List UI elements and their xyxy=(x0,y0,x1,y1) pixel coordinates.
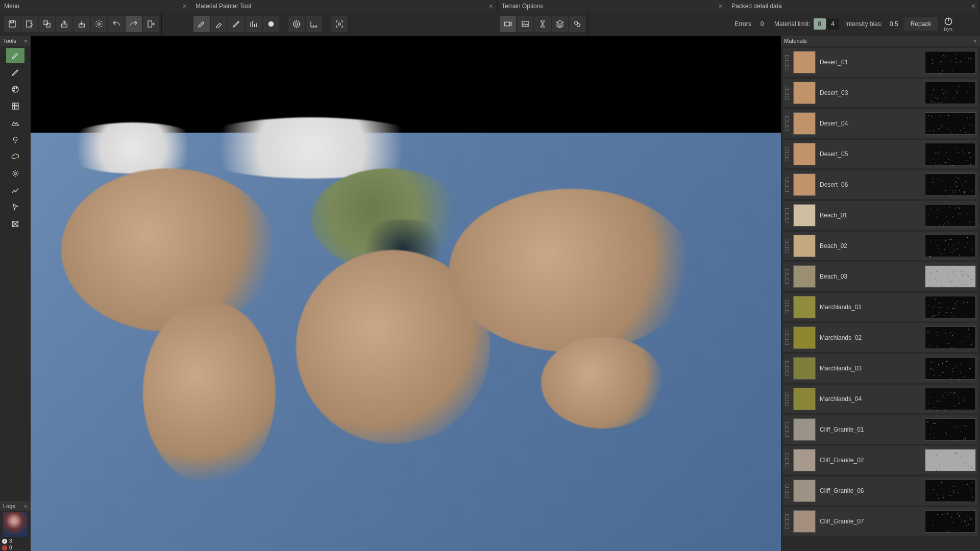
logs-panel-close-icon[interactable]: × xyxy=(23,503,28,510)
material-handles[interactable] xyxy=(785,269,789,284)
svg-point-208 xyxy=(936,271,937,272)
material-handles[interactable] xyxy=(785,453,789,467)
svg-point-31 xyxy=(942,70,943,71)
tab-menu-close-icon[interactable]: × xyxy=(183,3,187,10)
material-row[interactable]: Marchlands_02 xyxy=(783,323,978,352)
material-row[interactable]: Cliff_Granite_07 xyxy=(783,507,978,536)
material-handles[interactable] xyxy=(785,392,789,406)
material-handles[interactable] xyxy=(785,300,789,314)
layers-button[interactable] xyxy=(552,16,568,32)
pen-button[interactable] xyxy=(228,16,244,32)
side-tool-graph[interactable] xyxy=(6,183,24,198)
side-tool-bulb[interactable] xyxy=(6,132,24,147)
svg-point-42 xyxy=(943,55,944,55)
material-row[interactable]: Desert_06 xyxy=(783,170,978,199)
svg-point-321 xyxy=(964,400,964,400)
svg-point-407 xyxy=(951,517,952,517)
material-handles[interactable] xyxy=(785,331,789,345)
tab-packed-detail-close-icon[interactable]: × xyxy=(971,3,975,10)
save-button[interactable] xyxy=(4,16,20,32)
side-tool-picker[interactable] xyxy=(6,216,24,232)
image-button[interactable] xyxy=(517,16,533,32)
material-handles[interactable] xyxy=(785,147,789,161)
settings-button[interactable] xyxy=(91,16,107,32)
tab-terrain-options[interactable]: Terrain Options × xyxy=(498,0,727,12)
log-error-line[interactable]: ! 0 xyxy=(0,544,31,551)
material-handles[interactable] xyxy=(785,361,789,375)
side-tool-palette[interactable] xyxy=(6,82,24,97)
material-row[interactable]: Marchlands_01 xyxy=(783,293,978,321)
dynamic-toggle[interactable]: Dyn. xyxy=(939,15,958,33)
materials-list[interactable]: Desert_01Desert_03Desert_04Desert_05Dese… xyxy=(781,46,980,551)
svg-point-84 xyxy=(946,122,947,122)
material-row[interactable]: Cliff_Granite_06 xyxy=(783,477,978,505)
log-info-line[interactable]: i 3 xyxy=(0,538,31,544)
material-row[interactable]: Cliff_Granite_02 xyxy=(783,446,978,474)
material-row[interactable]: Beach_02 xyxy=(783,232,978,260)
svg-point-87 xyxy=(965,123,965,124)
material-handles[interactable] xyxy=(785,239,789,253)
material-handles[interactable] xyxy=(785,514,789,529)
side-tool-brush[interactable] xyxy=(6,48,24,63)
material-row[interactable]: Desert_04 xyxy=(783,109,978,138)
svg-point-418 xyxy=(957,513,958,513)
material-row[interactable]: Beach_01 xyxy=(783,201,978,230)
hourglass-button[interactable] xyxy=(534,16,551,32)
side-tool-pen[interactable] xyxy=(6,65,24,80)
camera-button[interactable] xyxy=(500,16,516,32)
material-handles[interactable] xyxy=(785,178,789,192)
world-map-canvas[interactable] xyxy=(31,133,781,551)
material-handles[interactable] xyxy=(785,208,789,222)
material-handles[interactable] xyxy=(785,86,789,100)
tab-terrain-options-close-icon[interactable]: × xyxy=(719,3,723,10)
side-tool-grid[interactable] xyxy=(6,98,24,114)
side-tool-cloud[interactable] xyxy=(6,149,24,164)
histogram-button[interactable] xyxy=(246,16,262,32)
copy-button[interactable] xyxy=(39,16,55,32)
material-limit-low[interactable]: 8 xyxy=(814,18,826,30)
material-row[interactable]: Beach_03 xyxy=(783,262,978,291)
material-handles[interactable] xyxy=(785,422,789,437)
svg-point-210 xyxy=(963,274,964,275)
undo-button[interactable] xyxy=(108,16,125,32)
exit-button[interactable] xyxy=(143,16,159,32)
import-button[interactable] xyxy=(74,16,90,32)
terrain-viewport[interactable] xyxy=(31,36,781,551)
tab-material-painter-close-icon[interactable]: × xyxy=(489,3,493,10)
intensity-bias-value[interactable]: 0.5 xyxy=(886,18,902,30)
tab-material-painter[interactable]: Material Painter Tool × xyxy=(191,0,498,12)
effects-button[interactable] xyxy=(569,16,585,32)
erase-button[interactable] xyxy=(211,16,227,32)
material-row[interactable]: Desert_03 xyxy=(783,79,978,107)
material-handles[interactable] xyxy=(785,484,789,498)
side-tool-gear[interactable] xyxy=(6,166,24,181)
material-limit-high[interactable]: 4 xyxy=(827,18,839,30)
redo-button[interactable] xyxy=(126,16,142,32)
svg-point-123 xyxy=(957,147,957,148)
edit-button[interactable] xyxy=(21,16,38,32)
sphere-button[interactable] xyxy=(263,16,279,32)
material-row[interactable]: Marchlands_03 xyxy=(783,354,978,383)
material-row[interactable]: Desert_05 xyxy=(783,140,978,168)
tab-packed-detail[interactable]: Packed detail data × xyxy=(727,0,980,12)
measure-button[interactable] xyxy=(306,16,322,32)
paint-brush-button[interactable] xyxy=(193,16,210,32)
target-button[interactable] xyxy=(288,16,305,32)
tools-panel-close-icon[interactable]: × xyxy=(23,37,28,45)
svg-point-364 xyxy=(940,467,940,467)
repack-button[interactable]: Repack xyxy=(903,17,939,31)
material-row[interactable]: Desert_01 xyxy=(783,48,978,77)
tab-menu[interactable]: Menu × xyxy=(0,0,191,12)
focus-button[interactable] xyxy=(331,16,348,32)
material-row[interactable]: Cliff_Granite_01 xyxy=(783,415,978,444)
side-tool-terrain[interactable] xyxy=(6,115,24,131)
material-row[interactable]: Marchlands_04 xyxy=(783,385,978,413)
materials-panel-close-icon[interactable]: × xyxy=(973,37,977,45)
svg-point-36 xyxy=(970,58,970,58)
export-button[interactable] xyxy=(56,16,72,32)
side-tool-pointer[interactable] xyxy=(6,199,24,215)
material-name: Cliff_Granite_07 xyxy=(820,518,921,525)
material-handles[interactable] xyxy=(785,55,789,69)
material-handles[interactable] xyxy=(785,116,789,131)
svg-point-74 xyxy=(942,89,943,89)
